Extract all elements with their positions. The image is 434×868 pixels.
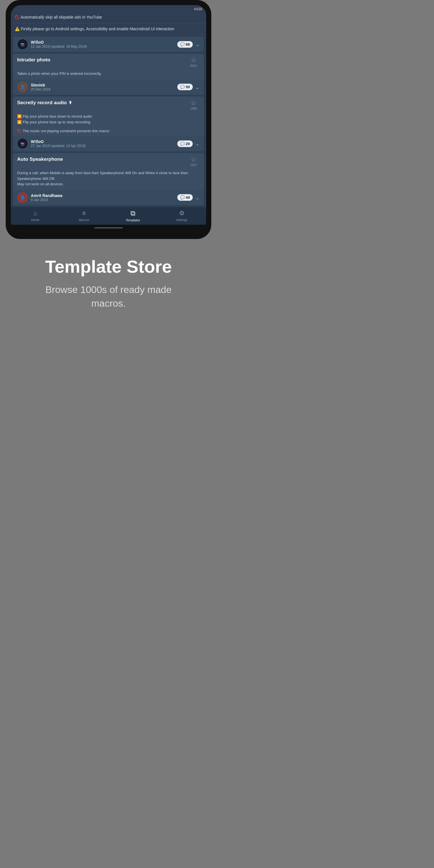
macro-card-willo: 📷 W!lloO 12 Jan 2019 (updated: 18 May 20… [13, 36, 204, 52]
author-date-willo: 12 Jan 2019 (updated: 18 May 2019) [31, 44, 87, 49]
author-left-speakerphone: 👤 Amrit Randhawa 9 Jan 2019 [17, 192, 62, 203]
settings-icon: ⚙ [179, 210, 185, 217]
macro-desc-speakerphone: During a call, when Mobile is away from … [13, 169, 204, 190]
author-info-amrit: Amrit Randhawa 9 Jan 2019 [31, 193, 62, 202]
macro-card-record: Secretly record audio 🎙 ☆ 1985 🔽 Flip yo… [13, 96, 204, 152]
author-right-willo: 💬 68 ⌄ [177, 41, 200, 48]
phone-screen: 4438 🚫 Automatically skip all skipable a… [11, 5, 206, 231]
nav-item-templates[interactable]: ⧉ Templates [108, 209, 157, 222]
avatar-stevieb: 👤 [17, 82, 28, 93]
macro-step-1: 🔽 Flip your phone face down to record au… [17, 114, 200, 120]
star-icon-speakerphone: ☆ [191, 156, 196, 163]
expand-amrit[interactable]: ⌄ [195, 194, 200, 201]
avatar-willo-initials: 📷 [21, 42, 25, 46]
macro-header-record: Secretly record audio 🎙 ☆ 1985 [13, 96, 204, 113]
macros-icon: ≡ [82, 210, 86, 217]
author-right-stevieb: 💬 50 ⌄ [177, 84, 200, 91]
banner-accessibility: ⚠️ Firstly please go to Android settings… [11, 23, 206, 35]
home-bar [11, 225, 206, 231]
expand-record[interactable]: ⌄ [195, 140, 200, 147]
author-row-speakerphone: 👤 Amrit Randhawa 9 Jan 2019 💬 44 ⌄ [13, 190, 204, 205]
status-bar: 4438 [11, 5, 206, 12]
comment-count-amrit[interactable]: 💬 44 [177, 194, 193, 201]
banner-youtube: 🚫 Automatically skip all skipable ads in… [11, 12, 206, 23]
author-info-willo: W!lloO 12 Jan 2019 (updated: 18 May 2019… [31, 40, 87, 49]
comment-count-willo[interactable]: 💬 68 [177, 41, 193, 48]
nav-label-settings: Settings [176, 218, 188, 222]
avatar-stevieb-initials: 👤 [20, 85, 25, 89]
author-row-record: 📷 W!lloO 27 Jan 2019 (updated: 12 Apr 20… [13, 136, 204, 151]
comment-num-record: 20 [186, 142, 190, 146]
author-left-intruder: 👤 Stevieb 20 Dec 2018 [17, 82, 50, 93]
banner-youtube-text: 🚫 Automatically skip all skipable ads in… [15, 15, 102, 20]
author-name-stevieb: Stevieb [31, 83, 50, 87]
author-name-record: W!lloO [31, 140, 86, 144]
author-row-intruder: 👤 Stevieb 20 Dec 2018 💬 50 ⌄ [13, 80, 204, 95]
templates-icon: ⧉ [130, 209, 135, 217]
macro-card-intruder: Intruder photo ☆ 3051 Takes a photo when… [13, 54, 204, 95]
macro-title-speakerphone: Auto Speakerphone [17, 156, 187, 162]
macro-card-speakerphone: Auto Speakerphone ☆ 1937 During a call, … [13, 153, 204, 205]
star-count-speakerphone: 1937 [190, 163, 197, 167]
avatar-amrit: 👤 [17, 192, 28, 203]
avatar-willo2: 📷 [17, 138, 28, 149]
expand-willo[interactable]: ⌄ [195, 41, 200, 48]
bottom-nav: ⌂ Home ≡ Macros ⧉ Templates ⚙ Settings [11, 207, 206, 225]
comment-count-stevieb[interactable]: 💬 50 [177, 84, 193, 90]
macro-steps-record: 🔽 Flip your phone face down to record au… [13, 113, 204, 128]
star-area-intruder[interactable]: ☆ 3051 [187, 57, 200, 67]
star-count-intruder: 3051 [190, 64, 197, 67]
macro-header-speakerphone: Auto Speakerphone ☆ 1937 [13, 153, 204, 169]
feature-subtitle: Browse 1000s of ready made macros. [29, 283, 188, 310]
author-info-stevieb: Stevieb 20 Dec 2018 [31, 83, 50, 91]
comment-num-willo: 68 [186, 42, 190, 46]
phone-shell: 4438 🚫 Automatically skip all skipable a… [6, 0, 211, 239]
comment-num-amrit: 44 [186, 195, 190, 199]
banner-accessibility-text: ⚠️ Firstly please go to Android settings… [15, 27, 175, 31]
home-icon: ⌂ [33, 210, 37, 217]
avatar-willo2-initials: 📷 [21, 142, 25, 146]
screen-content: 🚫 Automatically skip all skipable ads in… [11, 12, 206, 231]
macro-title-record: Secretly record audio 🎙 [17, 100, 187, 106]
expand-stevieb[interactable]: ⌄ [195, 84, 200, 91]
macro-title-area-record: Secretly record audio 🎙 [17, 100, 187, 106]
nav-label-templates: Templates [126, 218, 140, 222]
author-right-amrit: 💬 44 ⌄ [177, 194, 200, 201]
nav-item-settings[interactable]: ⚙ Settings [157, 210, 206, 222]
author-date-amrit: 9 Jan 2019 [31, 198, 62, 202]
comment-icon-record: 💬 [180, 142, 185, 146]
feature-title: Template Store [45, 256, 172, 277]
author-info-record: W!lloO 27 Jan 2019 (updated: 12 Apr 2019… [31, 140, 86, 148]
author-date-stevieb: 20 Dec 2018 [31, 87, 50, 91]
avatar-amrit-initials: 👤 [20, 195, 25, 199]
nav-label-home: Home [31, 218, 39, 222]
macro-desc-intruder: Takes a photo when your PIN is entered i… [13, 70, 204, 80]
macro-step-2: 🔼 Flip your phone face up to stop record… [17, 119, 200, 125]
comment-icon-willo: 💬 [180, 42, 185, 46]
author-row-willo: 📷 W!lloO 12 Jan 2019 (updated: 18 May 20… [13, 36, 204, 52]
star-area-speakerphone[interactable]: ☆ 1937 [187, 156, 200, 167]
comment-num-stevieb: 50 [186, 85, 190, 89]
star-area-record[interactable]: ☆ 1985 [187, 100, 200, 110]
constraint-text: 🚫 The music not playing constraint preve… [17, 129, 110, 133]
comment-count-record[interactable]: 💬 20 [177, 141, 193, 147]
nav-item-home[interactable]: ⌂ Home [11, 210, 60, 222]
author-left-record: 📷 W!lloO 27 Jan 2019 (updated: 12 Apr 20… [17, 138, 86, 149]
macro-title-area-intruder: Intruder photo [17, 57, 187, 63]
nav-item-macros[interactable]: ≡ Macros [60, 210, 108, 222]
mic-icon-record: 🎙 [68, 100, 72, 105]
home-bar-indicator [94, 227, 123, 228]
author-left-willo: 📷 W!lloO 12 Jan 2019 (updated: 18 May 20… [17, 39, 87, 50]
macro-header-intruder: Intruder photo ☆ 3051 [13, 54, 204, 70]
star-count-record: 1985 [190, 107, 197, 110]
comment-icon-stevieb: 💬 [180, 85, 185, 89]
author-name-willo: W!lloO [31, 40, 87, 44]
author-name-amrit: Amrit Randhawa [31, 193, 62, 198]
feature-section: Template Store Browse 1000s of ready mad… [0, 239, 217, 333]
avatar-willo: 📷 [17, 39, 28, 50]
author-right-record: 💬 20 ⌄ [177, 140, 200, 147]
star-icon-record: ☆ [191, 100, 196, 106]
macro-constraint-record: 🚫 The music not playing constraint preve… [13, 128, 204, 136]
macro-title-record-text: Secretly record audio [17, 100, 67, 106]
status-time: 4438 [194, 7, 202, 11]
